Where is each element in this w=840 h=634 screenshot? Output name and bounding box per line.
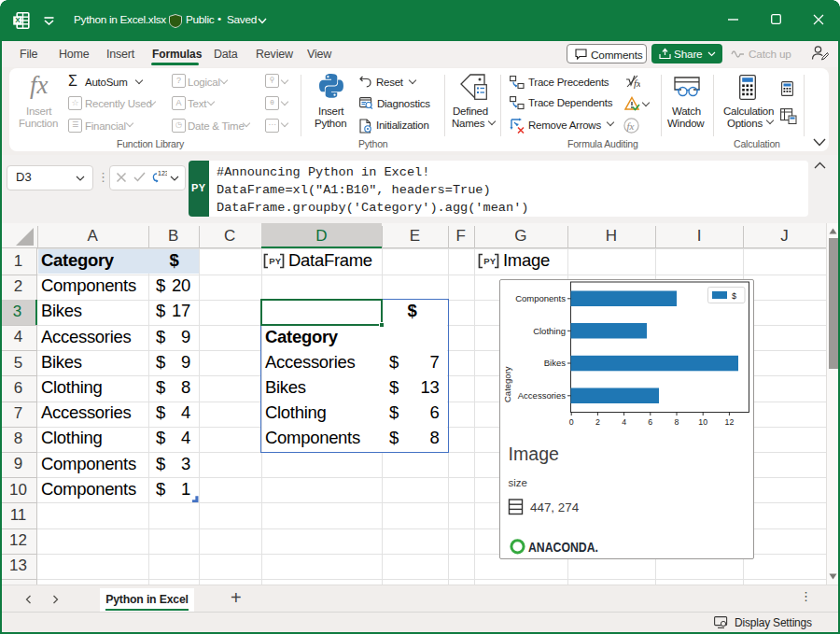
svg-text:12: 12 <box>725 417 735 427</box>
svg-text:447, 274: 447, 274 <box>530 500 580 514</box>
svg-text:123: 123 <box>158 170 167 176</box>
svg-text:Accessories: Accessories <box>518 390 566 401</box>
svg-text:4: 4 <box>622 417 626 427</box>
svg-text:Clothing: Clothing <box>533 326 566 336</box>
svg-text:6: 6 <box>648 417 652 427</box>
svg-text:2: 2 <box>595 417 600 427</box>
svg-text:Components: Components <box>515 293 566 303</box>
svg-text:0: 0 <box>569 417 574 427</box>
svg-text:Image: Image <box>509 444 560 464</box>
svg-text:size: size <box>509 477 527 488</box>
svg-text:10: 10 <box>698 417 707 427</box>
svg-text:8: 8 <box>675 417 679 427</box>
svg-text:Bikes: Bikes <box>544 358 566 368</box>
svg-text:Category: Category <box>502 366 512 402</box>
svg-text:X: X <box>15 16 21 24</box>
svg-text:$: $ <box>732 291 736 301</box>
svg-text:PY: PY <box>483 256 497 266</box>
svg-text:ANACONDA.: ANACONDA. <box>528 539 598 555</box>
svg-text:PY: PY <box>269 256 282 266</box>
svg-text:fx: fx <box>627 120 635 132</box>
